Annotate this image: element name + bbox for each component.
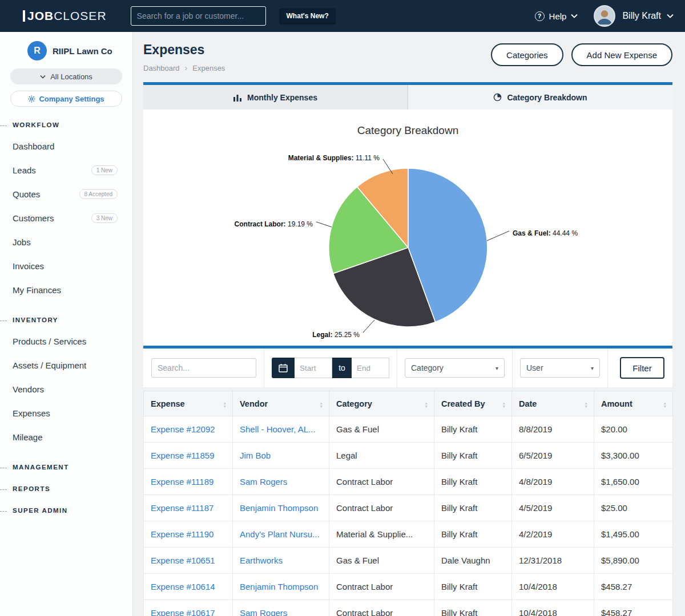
date-end-input[interactable] [352, 358, 389, 378]
filter-button[interactable]: Filter [620, 357, 664, 379]
sidebar-item-label: Customers [13, 213, 54, 223]
user-select[interactable]: User ▾ [520, 358, 600, 378]
vendor-cell[interactable]: Benjamin Thompson [233, 495, 329, 521]
sidebar-item-invoices[interactable]: Invoices [0, 254, 132, 278]
sidebar-item-label: Expenses [13, 408, 50, 418]
pie-label-material-supplies: Material & Supplies: 11.11 % [288, 154, 380, 162]
date-to-label: to [332, 358, 352, 378]
sidebar-item-customers[interactable]: Customers3 New [0, 206, 132, 230]
expense-cell[interactable]: Expense #11189 [144, 469, 233, 495]
expense-cell[interactable]: Expense #10651 [144, 548, 233, 574]
sidebar-item-products-services[interactable]: Products / Services [0, 329, 132, 353]
vendor-cell[interactable]: Sam Rogers [233, 600, 329, 616]
vendor-cell[interactable]: Sam Rogers [233, 469, 329, 495]
table-row: Expense #11189Sam RogersContract LaborBi… [144, 469, 673, 495]
expense-cell[interactable]: Expense #11187 [144, 495, 233, 521]
sort-icon[interactable]: ▲▼ [425, 399, 428, 408]
company-settings-button[interactable]: Company Settings [10, 91, 122, 107]
sidebar-nav: WORKFLOWDashboardLeads1 NewQuotes8 Accep… [0, 121, 132, 514]
whats-new-button[interactable]: What's New? [280, 9, 336, 23]
column-header-category[interactable]: ▲▼Category [329, 391, 434, 416]
sidebar-item-label: Assets / Equipment [13, 360, 86, 370]
column-header-expense[interactable]: ▲▼Expense [144, 391, 233, 416]
expense-cell[interactable]: Expense #11190 [144, 521, 233, 548]
created-by-cell: Billy Kraft [434, 443, 512, 469]
calendar-icon [279, 363, 288, 372]
location-selector[interactable]: All Locations [10, 68, 122, 84]
sidebar-item-quotes[interactable]: Quotes8 Accepted [0, 182, 132, 206]
sort-icon[interactable]: ▲▼ [223, 399, 227, 408]
category-select-value: Category [411, 363, 444, 372]
avatar-photo [595, 6, 614, 26]
breadcrumb-dashboard[interactable]: Dashboard [143, 64, 180, 72]
date-start-input[interactable] [295, 358, 332, 378]
expense-cell[interactable]: Expense #12092 [144, 416, 233, 443]
sidebar-item-dashboard[interactable]: Dashboard [0, 134, 132, 158]
categories-button[interactable]: Categories [491, 43, 563, 66]
date-cell: 12/31/2018 [512, 548, 594, 574]
add-new-expense-button[interactable]: Add New Expense [571, 43, 672, 66]
app: JOB CLOSER What's New? ? Help Billy Kraf… [0, 0, 685, 616]
sort-icon[interactable]: ▲▼ [663, 399, 667, 408]
expenses-table: ▲▼Expense▲▼Vendor▲▼Category▲▼Created By▲… [143, 391, 672, 616]
sidebar-item-label: My Finances [13, 285, 61, 295]
column-header-created-by[interactable]: ▲▼Created By [434, 391, 512, 416]
vendor-cell[interactable]: Benjamin Thompson [233, 574, 329, 600]
expense-cell[interactable]: Expense #10617 [144, 600, 233, 616]
sidebar-item-assets-equipment[interactable]: Assets / Equipment [0, 353, 132, 377]
pie-chart-icon [493, 93, 502, 102]
column-header-label: Vendor [240, 399, 268, 408]
pie-label-gas-fuel: Gas & Fuel: 44.44 % [513, 229, 578, 237]
tab-monthly-expenses[interactable]: Monthly Expenses [143, 85, 408, 110]
vendor-cell[interactable]: Earthworks [233, 548, 329, 574]
category-cell: Material & Supplie... [329, 521, 434, 548]
created-by-cell: Billy Kraft [434, 521, 512, 548]
calendar-button[interactable] [272, 358, 295, 378]
caret-down-icon: ▾ [591, 365, 594, 371]
table-row: Expense #11187Benjamin ThompsonContract … [144, 495, 673, 521]
date-cell: 6/5/2019 [512, 443, 594, 469]
sidebar-section-workflow[interactable]: WORKFLOW [0, 121, 132, 128]
help-icon: ? [535, 11, 545, 21]
sidebar-item-expenses[interactable]: Expenses [0, 401, 132, 425]
sidebar-section-inventory[interactable]: INVENTORY [0, 317, 132, 323]
sidebar-item-mileage[interactable]: Mileage [0, 425, 132, 449]
sidebar-section-super-admin[interactable]: SUPER ADMIN [0, 507, 132, 514]
divider [512, 348, 513, 387]
logo-text-bold: JOB [27, 9, 54, 23]
global-search-input[interactable] [131, 6, 266, 26]
company-settings-label: Company Settings [39, 95, 104, 103]
vendor-cell[interactable]: Shell - Hoover, AL... [233, 416, 329, 443]
sidebar-item-leads[interactable]: Leads1 New [0, 158, 132, 182]
help-menu[interactable]: ? Help [535, 11, 578, 21]
column-header-amount[interactable]: ▲▼Amount [594, 391, 673, 416]
expense-cell[interactable]: Expense #10614 [144, 574, 233, 600]
sidebar-section-management[interactable]: MANAGEMENT [0, 464, 132, 471]
vendor-cell[interactable]: Andy's Plant Nursu... [233, 521, 329, 548]
sidebar-item-my-finances[interactable]: My Finances [0, 278, 132, 302]
user-avatar[interactable] [594, 5, 615, 27]
expense-search-input[interactable] [151, 358, 256, 378]
vendor-cell[interactable]: Jim Bob [233, 443, 329, 469]
app-logo[interactable]: JOB CLOSER [23, 9, 107, 23]
column-header-label: Created By [441, 399, 485, 408]
user-menu[interactable]: Billy Kraft [622, 11, 674, 21]
category-cell: Gas & Fuel [329, 548, 434, 574]
amount-cell: $1,495.00 [594, 521, 673, 548]
sort-icon[interactable]: ▲▼ [585, 399, 588, 408]
expense-cell[interactable]: Expense #11859 [144, 443, 233, 469]
sidebar-section-reports[interactable]: REPORTS [0, 485, 132, 492]
pie-label-contract-labor: Contract Labor: 19.19 % [235, 220, 313, 228]
column-header-vendor[interactable]: ▲▼Vendor [233, 391, 329, 416]
category-cell: Legal [329, 443, 434, 469]
category-select[interactable]: Category ▾ [405, 358, 505, 378]
sidebar-item-vendors[interactable]: Vendors [0, 377, 132, 401]
column-header-date[interactable]: ▲▼Date [512, 391, 594, 416]
sidebar-item-jobs[interactable]: Jobs [0, 230, 132, 254]
tab-category-breakdown[interactable]: Category Breakdown [408, 85, 672, 110]
sort-icon[interactable]: ▲▼ [320, 399, 323, 408]
sort-icon[interactable]: ▲▼ [502, 399, 506, 408]
logo-mark-icon [23, 10, 25, 22]
divider [607, 348, 608, 387]
category-cell: Contract Labor [329, 574, 434, 600]
